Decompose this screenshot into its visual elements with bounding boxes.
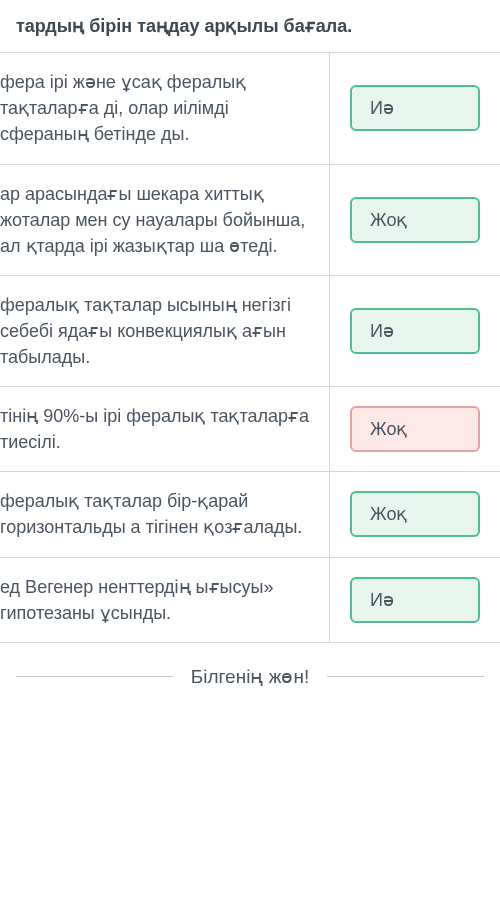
statement-cell: ед Вегенер ненттердің ығысуы» гипотезаны… <box>0 558 330 642</box>
statement-text: фера ірі және ұсақ фералық тақталарға ді… <box>0 72 246 144</box>
statement-text: ед Вегенер ненттердің ығысуы» гипотезаны… <box>0 577 273 623</box>
table-row: ед Вегенер ненттердің ығысуы» гипотезаны… <box>0 558 500 643</box>
answer-label: Иә <box>370 590 394 610</box>
answer-label: Иә <box>370 321 394 341</box>
table-row: фералық тақталар бір-қарай горизонтальды… <box>0 472 500 557</box>
instruction-text: тардың бірін таңдау арқылы бағала. <box>16 16 352 36</box>
answer-cell: Жоқ <box>330 472 500 556</box>
divider-line-left <box>16 676 173 677</box>
answer-label: Жоқ <box>370 419 407 439</box>
answer-button[interactable]: Жоқ <box>350 491 480 537</box>
quiz-table: фера ірі және ұсақ фералық тақталарға ді… <box>0 53 500 642</box>
answer-button[interactable]: Иә <box>350 308 480 354</box>
statement-cell: ар арасындағы шекара хиттық жоталар мен … <box>0 165 330 275</box>
answer-label: Жоқ <box>370 504 407 524</box>
answer-cell: Иә <box>330 53 500 163</box>
footer-label: Білгенің жөн! <box>173 665 327 688</box>
statement-text: фералық тақталар ысының негізгі себебі я… <box>0 295 291 367</box>
answer-button[interactable]: Жоқ <box>350 197 480 243</box>
answer-label: Жоқ <box>370 210 407 230</box>
answer-cell: Жоқ <box>330 165 500 275</box>
statement-cell: тінің 90%-ы ірі фералық тақталарға тиесі… <box>0 387 330 471</box>
table-row: фералық тақталар ысының негізгі себебі я… <box>0 276 500 387</box>
answer-button[interactable]: Иә <box>350 577 480 623</box>
answer-button[interactable]: Жоқ <box>350 406 480 452</box>
table-row: фера ірі және ұсақ фералық тақталарға ді… <box>0 53 500 164</box>
answer-cell: Жоқ <box>330 387 500 471</box>
statement-text: тінің 90%-ы ірі фералық тақталарға тиесі… <box>0 406 309 452</box>
divider-line-right <box>327 676 484 677</box>
statement-text: фералық тақталар бір-қарай горизонтальды… <box>0 491 302 537</box>
statement-cell: фера ірі және ұсақ фералық тақталарға ді… <box>0 53 330 163</box>
statement-cell: фералық тақталар бір-қарай горизонтальды… <box>0 472 330 556</box>
answer-label: Иә <box>370 98 394 118</box>
answer-cell: Иә <box>330 558 500 642</box>
statement-text: ар арасындағы шекара хиттық жоталар мен … <box>0 184 305 256</box>
answer-button[interactable]: Иә <box>350 85 480 131</box>
answer-cell: Иә <box>330 276 500 386</box>
footer-divider: Білгенің жөн! <box>0 665 500 688</box>
table-row: тінің 90%-ы ірі фералық тақталарға тиесі… <box>0 387 500 472</box>
statement-cell: фералық тақталар ысының негізгі себебі я… <box>0 276 330 386</box>
instruction-header: тардың бірін таңдау арқылы бағала. <box>0 0 500 53</box>
table-row: ар арасындағы шекара хиттық жоталар мен … <box>0 165 500 276</box>
